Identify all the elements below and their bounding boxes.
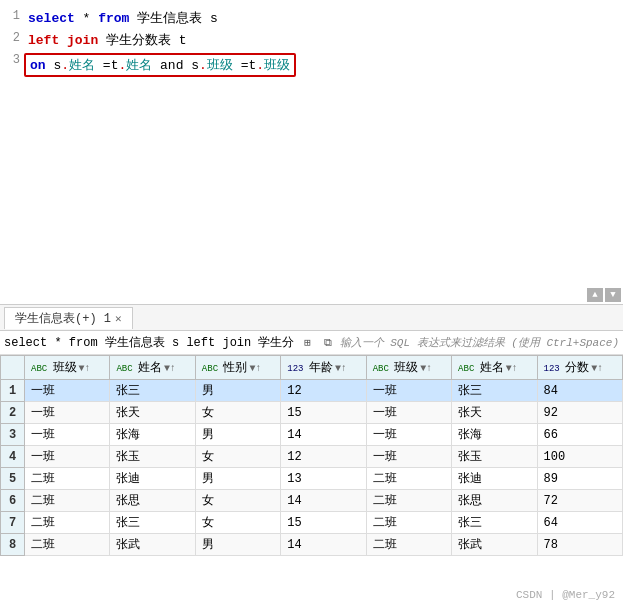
- table-cell: 男: [195, 424, 280, 446]
- tab-close-button[interactable]: ✕: [115, 312, 122, 325]
- nav-up-button[interactable]: ▲: [587, 288, 603, 302]
- sql-filter-icons: ⊞ ⧉ 输入一个 SQL 表达式来过滤结果 (使用 Ctrl+Space): [300, 335, 619, 351]
- table-row[interactable]: 8二班张武男14二班张武78: [1, 534, 623, 556]
- column-type: 123: [544, 364, 566, 374]
- row-number: 8: [1, 534, 25, 556]
- table-row[interactable]: 5二班张迪男13二班张迪89: [1, 468, 623, 490]
- table-cell: 男: [195, 534, 280, 556]
- filter-icon[interactable]: ▼↑: [506, 363, 518, 374]
- table-header-row: ABC 班级▼↑ABC 姓名▼↑ABC 性别▼↑123 年龄▼↑ABC 班级▼↑…: [1, 356, 623, 380]
- token: select: [28, 11, 75, 26]
- line-number: 2: [0, 31, 28, 45]
- nav-arrows[interactable]: ▲ ▼: [585, 286, 623, 304]
- table-cell: 二班: [25, 490, 110, 512]
- column-type: ABC: [116, 364, 138, 374]
- column-name: 班级: [53, 361, 77, 375]
- table-cell: 15: [281, 512, 366, 534]
- table-cell: 张天: [110, 402, 195, 424]
- table-cell: 张玉: [110, 446, 195, 468]
- table-cell: 女: [195, 446, 280, 468]
- filter-icon[interactable]: ▼↑: [79, 363, 91, 374]
- expand-icon[interactable]: ⊞: [300, 335, 316, 351]
- table-cell: 15: [281, 402, 366, 424]
- table-cell: 张玉: [452, 446, 537, 468]
- column-name: 班级: [394, 361, 418, 375]
- filter-icon[interactable]: ▼↑: [591, 363, 603, 374]
- row-number-header: [1, 356, 25, 380]
- row-number: 1: [1, 380, 25, 402]
- column-header: ABC 姓名▼↑: [452, 356, 537, 380]
- token: *: [75, 11, 98, 26]
- line-number: 1: [0, 9, 28, 23]
- token: and s: [152, 58, 199, 73]
- table-cell: 张武: [110, 534, 195, 556]
- token: 班级: [207, 56, 233, 74]
- table-cell: 女: [195, 402, 280, 424]
- code-line: 3on s.姓名 =t.姓名 and s.班级 =t.班级: [0, 52, 623, 78]
- column-header: ABC 性别▼↑: [195, 356, 280, 380]
- token: .: [199, 58, 207, 73]
- code-lines: 1select * from 学生信息表 s2left join 学生分数表 t…: [0, 4, 623, 82]
- table-cell: 女: [195, 512, 280, 534]
- token: left join: [28, 33, 98, 48]
- table-cell: 二班: [366, 534, 451, 556]
- column-type: ABC: [373, 364, 395, 374]
- filter-icon[interactable]: ▼↑: [335, 363, 347, 374]
- token: 学生信息表 s: [129, 11, 217, 26]
- table-cell: 张思: [110, 490, 195, 512]
- token: 班级: [264, 56, 290, 74]
- table-cell: 张三: [452, 512, 537, 534]
- token: on: [30, 58, 46, 73]
- table-cell: 100: [537, 446, 622, 468]
- column-header: 123 分数▼↑: [537, 356, 622, 380]
- table-cell: 男: [195, 468, 280, 490]
- table-cell: 一班: [25, 424, 110, 446]
- table-cell: 14: [281, 490, 366, 512]
- table-cell: 张迪: [110, 468, 195, 490]
- table-cell: 89: [537, 468, 622, 490]
- table-cell: 一班: [366, 380, 451, 402]
- table-cell: 14: [281, 424, 366, 446]
- table-cell: 张武: [452, 534, 537, 556]
- table-cell: 张三: [110, 380, 195, 402]
- table-cell: 14: [281, 534, 366, 556]
- column-type: ABC: [202, 364, 224, 374]
- data-table-wrapper[interactable]: ABC 班级▼↑ABC 姓名▼↑ABC 性别▼↑123 年龄▼↑ABC 班级▼↑…: [0, 355, 623, 605]
- result-tab[interactable]: 学生信息表(+) 1 ✕: [4, 307, 133, 329]
- token: 学生分数表 t: [98, 33, 186, 48]
- table-cell: 女: [195, 490, 280, 512]
- row-number: 4: [1, 446, 25, 468]
- token: .: [256, 58, 264, 73]
- code-editor[interactable]: 1select * from 学生信息表 s2left join 学生分数表 t…: [0, 0, 623, 305]
- filter-icon[interactable]: ▼↑: [164, 363, 176, 374]
- table-cell: 13: [281, 468, 366, 490]
- table-cell: 二班: [25, 534, 110, 556]
- table-row[interactable]: 7二班张三女15二班张三64: [1, 512, 623, 534]
- table-cell: 72: [537, 490, 622, 512]
- filter-hint: 输入一个 SQL 表达式来过滤结果 (使用 Ctrl+Space): [340, 335, 619, 350]
- table-cell: 张三: [452, 380, 537, 402]
- code-line: 2left join 学生分数表 t: [0, 30, 623, 52]
- column-name: 姓名: [138, 361, 162, 375]
- highlighted-line: on s.姓名 =t.姓名 and s.班级 =t.班级: [24, 53, 296, 77]
- table-cell: 张思: [452, 490, 537, 512]
- table-cell: 66: [537, 424, 622, 446]
- table-row[interactable]: 6二班张思女14二班张思72: [1, 490, 623, 512]
- table-cell: 12: [281, 446, 366, 468]
- table-row[interactable]: 1一班张三男12一班张三84: [1, 380, 623, 402]
- table-row[interactable]: 3一班张海男14一班张海66: [1, 424, 623, 446]
- table-body: 1一班张三男12一班张三842一班张天女15一班张天923一班张海男14一班张海…: [1, 380, 623, 556]
- column-name: 年龄: [309, 361, 333, 375]
- filter-icon[interactable]: ▼↑: [249, 363, 261, 374]
- result-table: ABC 班级▼↑ABC 姓名▼↑ABC 性别▼↑123 年龄▼↑ABC 班级▼↑…: [0, 355, 623, 556]
- column-type: ABC: [458, 364, 480, 374]
- nav-down-button[interactable]: ▼: [605, 288, 621, 302]
- table-cell: 一班: [25, 380, 110, 402]
- table-cell: 一班: [366, 424, 451, 446]
- token: 姓名: [69, 56, 95, 74]
- table-cell: 二班: [25, 512, 110, 534]
- table-row[interactable]: 4一班张玉女12一班张玉100: [1, 446, 623, 468]
- filter-icon[interactable]: ▼↑: [420, 363, 432, 374]
- copy-icon[interactable]: ⧉: [320, 335, 336, 351]
- table-row[interactable]: 2一班张天女15一班张天92: [1, 402, 623, 424]
